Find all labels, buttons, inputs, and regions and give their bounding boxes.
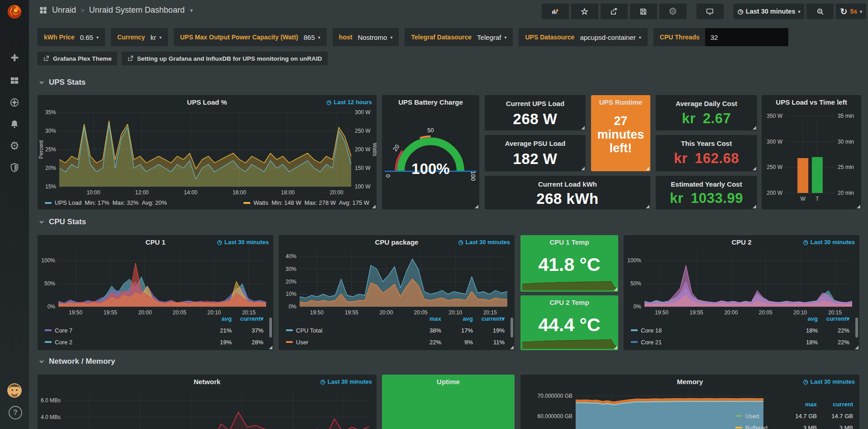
grafana-dashboard: { "colors":{"accent_orange":"#e7a33b","l… bbox=[0, 0, 868, 429]
section-ups-stats[interactable]: UPS Stats bbox=[39, 78, 86, 87]
save-dashboard-button[interactable] bbox=[630, 4, 657, 19]
external-link-icon bbox=[43, 55, 49, 62]
sidebar: ⚙ ? bbox=[0, 0, 29, 429]
legend-scrollbar[interactable] bbox=[269, 318, 272, 337]
variable-value-dropdown[interactable]: Nostromo▾ bbox=[358, 34, 392, 41]
legend-row: Used14.7 GB14.7 GB bbox=[735, 410, 853, 422]
breadcrumb-separator: > bbox=[81, 6, 85, 14]
variable-label: UPS Max Output Power Capacity (Watt) bbox=[180, 34, 298, 41]
sort-caret-icon: ▾ bbox=[501, 315, 505, 322]
dashboards-icon[interactable] bbox=[9, 75, 20, 86]
panel-cpu-package: CPU package ◷Last 30 minutes 40%30%20%10… bbox=[279, 235, 515, 350]
svg-text:6.0 MBs: 6.0 MBs bbox=[41, 397, 61, 404]
variable-value-dropdown[interactable]: apcupsd-container▾ bbox=[580, 34, 641, 41]
explore-compass-icon[interactable] bbox=[9, 97, 20, 108]
legend-swatch bbox=[243, 202, 250, 204]
section-cpu-stats[interactable]: CPU Stats bbox=[39, 217, 86, 227]
panel-title[interactable]: CPU 1 Temp bbox=[520, 238, 618, 246]
alerting-bell-icon[interactable] bbox=[9, 119, 20, 130]
panel-title[interactable]: Average PSU Load bbox=[485, 140, 586, 147]
variable-value-dropdown[interactable]: Telegraf▾ bbox=[477, 34, 506, 41]
clock-icon: ◷ bbox=[803, 239, 808, 246]
time-range-caret-icon: ▾ bbox=[798, 9, 800, 14]
svg-text:30 min: 30 min bbox=[838, 139, 854, 145]
legend-scrollbar[interactable] bbox=[510, 318, 513, 337]
clock-icon: ◷ bbox=[803, 378, 808, 385]
breadcrumb-current[interactable]: Unraid System Dashboard bbox=[89, 5, 185, 15]
svg-text:50%: 50% bbox=[630, 280, 641, 287]
panel-memory: Memory ◷Last 30 minutes 70.000000 GB60.0… bbox=[520, 375, 859, 429]
add-panel-button[interactable] bbox=[542, 4, 569, 19]
share-dashboard-button[interactable] bbox=[601, 4, 628, 19]
svg-text:100%: 100% bbox=[411, 160, 449, 177]
dashboard-settings-button[interactable]: ⚙ bbox=[659, 4, 687, 19]
variable-value-dropdown[interactable]: 0.65▾ bbox=[80, 34, 99, 41]
svg-text:60.000000 GB: 60.000000 GB bbox=[538, 413, 572, 419]
panel-title[interactable]: UPS Load % bbox=[38, 98, 377, 106]
panel-cpu-2: CPU 2 ◷Last 30 minutes 100%50%0%19:5019:… bbox=[624, 235, 859, 350]
variable-cpu-threads: CPU Threads bbox=[653, 28, 788, 46]
stat-value: 41.8 °C bbox=[520, 254, 618, 275]
svg-text:10%: 10% bbox=[286, 291, 296, 297]
panel-current-load-kwh: Current Load kWh 268 kWh bbox=[485, 176, 650, 209]
svg-text:70.000000 GB: 70.000000 GB bbox=[538, 393, 572, 399]
help-icon[interactable]: ? bbox=[9, 406, 22, 419]
breadcrumb-root[interactable]: Unraid bbox=[52, 5, 76, 15]
dashboard-link[interactable]: Grafana Plex Theme bbox=[38, 52, 117, 65]
variable-value-dropdown[interactable]: 865▾ bbox=[304, 34, 320, 41]
variable-value-dropdown[interactable]: kr▾ bbox=[150, 34, 162, 41]
variable-host: host Nostromo▾ bbox=[333, 28, 399, 46]
panel-title[interactable]: This Years Cost bbox=[656, 140, 757, 147]
star-icon: ☆ bbox=[581, 6, 588, 17]
star-dashboard-button[interactable]: ☆ bbox=[571, 4, 598, 19]
panel-title[interactable]: UPS Runtime bbox=[591, 98, 650, 106]
create-plus-icon[interactable] bbox=[9, 52, 20, 63]
refresh-interval-label[interactable]: 5s bbox=[850, 8, 857, 15]
panel-title[interactable]: Estimated Yearly Cost bbox=[656, 180, 757, 188]
breadcrumb: Unraid > Unraid System Dashboard ▾ bbox=[39, 5, 193, 15]
user-avatar[interactable] bbox=[7, 383, 22, 398]
add-panel-icon bbox=[551, 8, 559, 15]
dashboard-link[interactable]: Setting up Grafana and InfluxDB for UPS … bbox=[122, 52, 328, 65]
legend-row: User22%9%11% bbox=[286, 336, 509, 348]
chart-legend: UPS Load Min: 17% Max: 32% Avg: 20% Watt… bbox=[45, 199, 369, 206]
chart-legend-table: maxcurrent Used14.7 GB14.7 GB Buffered3 … bbox=[735, 398, 853, 429]
legend-scrollbar[interactable] bbox=[855, 318, 858, 337]
legend-series-name[interactable]: UPS Load bbox=[55, 199, 81, 206]
panel-time-override: ◷Last 30 minutes bbox=[803, 239, 855, 246]
configuration-gear-icon[interactable]: ⚙ bbox=[9, 140, 20, 151]
panel-cpu-1: CPU 1 ◷Last 30 minutes 100%50%0%19:5019:… bbox=[38, 235, 273, 350]
svg-text:18:00: 18:00 bbox=[281, 189, 295, 196]
battery-gauge: 02050100100% bbox=[382, 95, 479, 209]
svg-text:250 W: 250 W bbox=[355, 128, 371, 134]
gear-icon: ⚙ bbox=[668, 6, 677, 17]
chart-legend-table: avgcurrent▾ Core 721%37% Core 219%28% bbox=[45, 313, 268, 348]
server-admin-shield-icon[interactable] bbox=[9, 162, 20, 173]
legend-series-name[interactable]: Watts bbox=[253, 199, 268, 206]
cycle-view-button[interactable] bbox=[696, 4, 724, 19]
stat-value: 27 minutes left! bbox=[594, 114, 648, 155]
time-range-picker[interactable]: ◷ Last 30 minutes ▾ bbox=[734, 4, 805, 19]
zoom-out-icon bbox=[816, 8, 824, 15]
panel-time-override: ◷Last 30 minutes bbox=[217, 239, 269, 246]
panel-title[interactable]: Average Daily Cost bbox=[656, 100, 757, 107]
refresh-button[interactable]: ↻ 5s ▾ bbox=[836, 4, 866, 19]
panel-title[interactable]: UPS Battery Charge bbox=[382, 98, 479, 106]
panel-title[interactable]: CPU 2 Temp bbox=[520, 299, 618, 306]
panel-cpu2-temp: CPU 2 Temp 44.4 °C bbox=[520, 295, 618, 350]
cpu-threads-input[interactable] bbox=[705, 28, 788, 46]
svg-text:100%: 100% bbox=[627, 257, 641, 264]
svg-text:40%: 40% bbox=[286, 253, 296, 260]
clock-icon: ◷ bbox=[217, 239, 222, 246]
panel-title[interactable]: Uptime bbox=[382, 378, 515, 386]
zoom-out-button[interactable] bbox=[806, 4, 834, 19]
svg-text:150 W: 150 W bbox=[355, 165, 371, 171]
panel-title[interactable]: UPS Load vs Time left bbox=[762, 98, 861, 106]
panel-title[interactable]: Current Load kWh bbox=[485, 180, 650, 188]
section-network-memory[interactable]: Network / Memory bbox=[39, 357, 115, 366]
panel-title[interactable]: Current UPS Load bbox=[485, 100, 586, 107]
breadcrumb-caret-icon[interactable]: ▾ bbox=[190, 7, 193, 14]
apps-grid-icon bbox=[39, 6, 48, 14]
grafana-logo[interactable] bbox=[6, 3, 23, 20]
panel-average-psu-load: Average PSU Load 182 W bbox=[485, 135, 586, 171]
